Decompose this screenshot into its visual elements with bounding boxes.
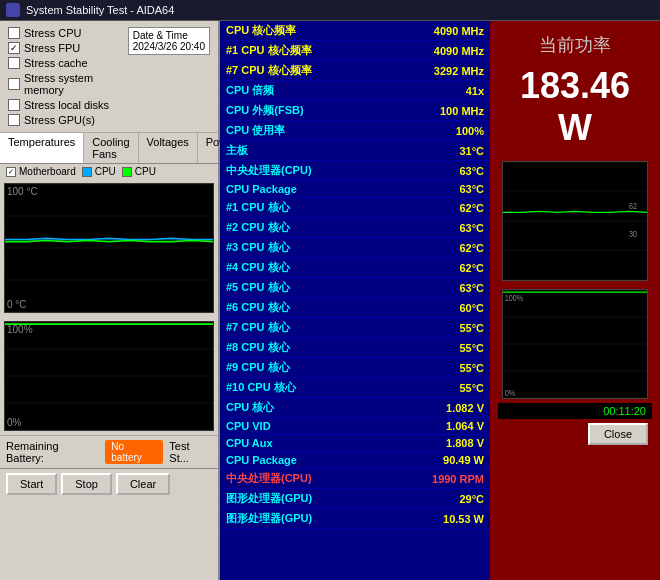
stats-label-5: CPU 使用率 <box>220 121 383 141</box>
stats-label-16: #8 CPU 核心 <box>220 338 383 358</box>
stress-cache-row[interactable]: Stress cache <box>8 57 120 69</box>
power-label: 当前功率 <box>539 33 611 57</box>
clear-button[interactable]: Clear <box>116 473 170 495</box>
stats-label-7: 中央处理器(CPU) <box>220 161 383 181</box>
stop-button[interactable]: Stop <box>61 473 112 495</box>
datetime-value: 2024/3/26 20:40 <box>133 41 205 52</box>
timer-bar: 00:11:20 <box>498 403 652 419</box>
stats-value-3: 41x <box>383 81 490 101</box>
stats-label-14: #6 CPU 核心 <box>220 298 383 318</box>
stress-memory-row[interactable]: Stress system memory <box>8 72 120 96</box>
stress-cpu-checkbox[interactable] <box>8 27 20 39</box>
right-top-graph: 62 30 <box>502 161 648 281</box>
stats-label-10: #2 CPU 核心 <box>220 218 383 238</box>
stats-row-11: #3 CPU 核心62°C <box>220 238 490 258</box>
timer-value: 00:11:20 <box>603 405 646 417</box>
legend-cpu2: CPU <box>122 166 156 177</box>
title-bar: System Stability Test - AIDA64 <box>0 0 660 21</box>
tab-temperatures[interactable]: Temperatures <box>0 133 84 163</box>
stress-cpu-row[interactable]: Stress CPU <box>8 27 120 39</box>
stats-row-16: #8 CPU 核心55°C <box>220 338 490 358</box>
stats-row-23: 中央处理器(CPU)1990 RPM <box>220 469 490 489</box>
start-button[interactable]: Start <box>6 473 57 495</box>
tab-voltages[interactable]: Voltages <box>139 133 198 163</box>
stats-label-17: #9 CPU 核心 <box>220 358 383 378</box>
stats-value-19: 1.082 V <box>383 398 490 418</box>
stats-value-1: 4090 MHz <box>383 41 490 61</box>
stress-memory-checkbox[interactable] <box>8 78 20 90</box>
right-panel: 当前功率 183.46 W 62 30 <box>490 21 660 580</box>
stats-value-18: 55°C <box>383 378 490 398</box>
svg-text:100%: 100% <box>505 293 523 303</box>
left-panel: Stress CPU ✓ Stress FPU Stress cache <box>0 21 220 580</box>
stats-value-7: 63°C <box>383 161 490 181</box>
stats-row-12: #4 CPU 核心62°C <box>220 258 490 278</box>
stats-label-20: CPU VID <box>220 418 383 435</box>
stats-row-21: CPU Aux1.808 V <box>220 435 490 452</box>
stats-value-4: 100 MHz <box>383 101 490 121</box>
stats-label-13: #5 CPU 核心 <box>220 278 383 298</box>
stats-value-5: 100% <box>383 121 490 141</box>
stats-row-4: CPU 外频(FSB)100 MHz <box>220 101 490 121</box>
stats-value-21: 1.808 V <box>383 435 490 452</box>
stats-value-13: 63°C <box>383 278 490 298</box>
stats-row-13: #5 CPU 核心63°C <box>220 278 490 298</box>
datetime-label: Date & Time <box>133 30 205 41</box>
stress-disks-row[interactable]: Stress local disks <box>8 99 120 111</box>
stats-value-11: 62°C <box>383 238 490 258</box>
stress-cpu-label: Stress CPU <box>24 27 81 39</box>
stress-cache-checkbox[interactable] <box>8 57 20 69</box>
stress-gpu-label: Stress GPU(s) <box>24 114 95 126</box>
datetime-box: Date & Time 2024/3/26 20:40 <box>128 27 210 55</box>
legend-motherboard-label: Motherboard <box>19 166 76 177</box>
power-value: 183.46 W <box>498 65 652 149</box>
stress-gpu-row[interactable]: Stress GPU(s) <box>8 114 120 126</box>
stats-row-15: #7 CPU 核心55°C <box>220 318 490 338</box>
stats-value-24: 29°C <box>383 489 490 509</box>
stress-fpu-label: Stress FPU <box>24 42 80 54</box>
graph-bottom-min-label: 0% <box>7 417 21 428</box>
stats-value-10: 63°C <box>383 218 490 238</box>
temp-graph-svg <box>5 184 213 312</box>
stats-row-22: CPU Package90.49 W <box>220 452 490 469</box>
stats-label-25: 图形处理器(GPU) <box>220 509 383 529</box>
stats-label-1: #1 CPU 核心频率 <box>220 41 383 61</box>
stats-value-6: 31°C <box>383 141 490 161</box>
stress-disks-checkbox[interactable] <box>8 99 20 111</box>
graph-top-max-label: 100 °C <box>7 186 38 197</box>
stats-row-25: 图形处理器(GPU)10.53 W <box>220 509 490 529</box>
graph-legend: ✓ Motherboard CPU CPU <box>0 164 218 179</box>
stats-row-2: #7 CPU 核心频率3292 MHz <box>220 61 490 81</box>
stress-gpu-checkbox[interactable] <box>8 114 20 126</box>
stats-label-3: CPU 倍频 <box>220 81 383 101</box>
stats-value-14: 60°C <box>383 298 490 318</box>
close-button[interactable]: Close <box>588 423 648 445</box>
stats-label-4: CPU 外频(FSB) <box>220 101 383 121</box>
stats-value-16: 55°C <box>383 338 490 358</box>
stats-value-9: 62°C <box>383 198 490 218</box>
stress-cache-label: Stress cache <box>24 57 88 69</box>
stats-row-19: CPU 核心1.082 V <box>220 398 490 418</box>
stats-value-17: 55°C <box>383 358 490 378</box>
stats-label-0: CPU 核心频率 <box>220 21 383 41</box>
motherboard-checkbox-legend: ✓ <box>6 167 16 177</box>
cpu2-color-legend <box>122 167 132 177</box>
stress-fpu-checkbox[interactable]: ✓ <box>8 42 20 54</box>
stats-label-12: #4 CPU 核心 <box>220 258 383 278</box>
stats-label-9: #1 CPU 核心 <box>220 198 383 218</box>
stats-label-22: CPU Package <box>220 452 383 469</box>
stress-fpu-row[interactable]: ✓ Stress FPU <box>8 42 120 54</box>
stats-row-9: #1 CPU 核心62°C <box>220 198 490 218</box>
stats-row-17: #9 CPU 核心55°C <box>220 358 490 378</box>
battery-label: Remaining Battery: <box>6 440 99 464</box>
stats-value-20: 1.064 V <box>383 418 490 435</box>
stats-row-6: 主板31°C <box>220 141 490 161</box>
right-top-graph-svg: 62 30 <box>503 162 647 280</box>
tab-cooling[interactable]: Cooling Fans <box>84 133 138 163</box>
test-status-label: Test St... <box>169 440 212 464</box>
stats-row-0: CPU 核心频率4090 MHz <box>220 21 490 41</box>
center-panel: CPU 核心频率4090 MHz#1 CPU 核心频率4090 MHz#7 CP… <box>220 21 490 580</box>
usage-graph-svg <box>5 322 213 430</box>
tabs-bar: Temperatures Cooling Fans Voltages Power… <box>0 133 218 164</box>
stats-row-1: #1 CPU 核心频率4090 MHz <box>220 41 490 61</box>
